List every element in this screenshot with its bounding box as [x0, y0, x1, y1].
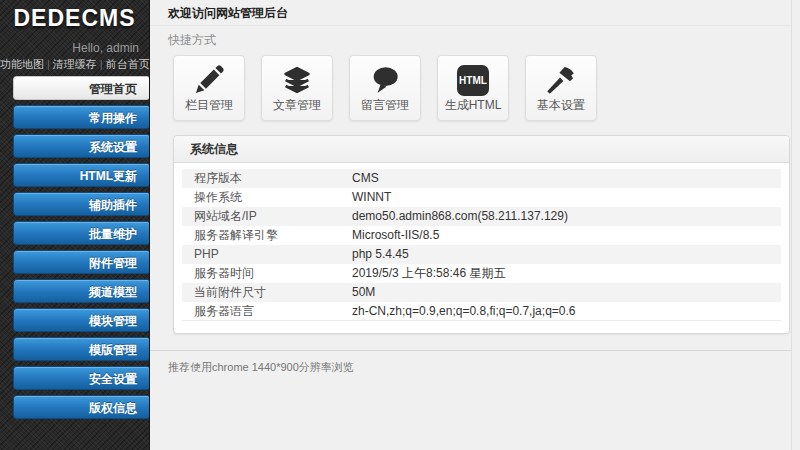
info-row-domain-ip: 网站域名/IP demo50.admin868.com(58.211.137.1…	[182, 207, 781, 226]
card-label: 留言管理	[361, 97, 409, 114]
footer-note: 推荐使用chrome 1440*900分辨率浏览	[150, 351, 791, 375]
user-greeting: Hello, admin	[0, 41, 149, 55]
sidebar-item-batch-maintain[interactable]: 批量维护	[13, 221, 149, 245]
card-article-mgmt[interactable]: 文章管理	[261, 55, 333, 121]
sidebar-item-system-settings[interactable]: 系统设置	[13, 134, 149, 158]
link-function-map[interactable]: 功能地图	[0, 57, 53, 72]
card-label: 栏目管理	[185, 97, 233, 114]
info-label: 服务器时间	[182, 264, 352, 283]
info-label: 当前附件尺寸	[182, 283, 352, 302]
card-basic-settings[interactable]: 基本设置	[525, 55, 597, 121]
html-badge-icon: HTML	[456, 63, 490, 97]
card-label: 基本设置	[537, 97, 585, 114]
sidebar-item-attachment-mgmt[interactable]: 附件管理	[13, 250, 149, 274]
card-label: 生成HTML	[445, 97, 502, 114]
comment-icon	[368, 63, 402, 97]
info-label: 网站域名/IP	[182, 207, 352, 226]
page-title: 欢迎访问网站管理后台	[150, 0, 791, 26]
sidebar-top-links: 功能地图清理缓存前台首页退出	[0, 57, 149, 72]
info-value: php 5.4.45	[352, 245, 781, 264]
info-row-php: PHP php 5.4.45	[182, 245, 781, 264]
sidebar: DEDECMS Hello, admin 功能地图清理缓存前台首页退出 管理首页…	[0, 0, 150, 450]
sidebar-item-channel-model[interactable]: 频道模型	[13, 279, 149, 303]
info-row-program-version: 程序版本 CMS	[182, 169, 781, 188]
card-generate-html[interactable]: HTML 生成HTML	[437, 55, 509, 121]
info-row-server-engine: 服务器解译引擎 Microsoft-IIS/8.5	[182, 226, 781, 245]
shortcut-cards: 栏目管理 文章管理 留言管理 HTML 生成HTML 基本设置	[173, 55, 791, 121]
system-info-title: 系统信息	[174, 136, 789, 163]
hammer-icon	[544, 63, 578, 97]
info-label: 程序版本	[182, 169, 352, 188]
info-value: zh-CN,zh;q=0.9,en;q=0.8,fi;q=0.7,ja;q=0.…	[352, 302, 781, 320]
info-value: Microsoft-IIS/8.5	[352, 226, 781, 245]
info-value: 50M	[352, 283, 781, 302]
sidebar-item-security-settings[interactable]: 安全设置	[13, 366, 149, 390]
info-label: 服务器语言	[182, 302, 352, 320]
shortcuts-title: 快捷方式	[168, 32, 791, 49]
info-row-server-time: 服务器时间 2019/5/3 上午8:58:46 星期五	[182, 264, 781, 283]
sidebar-item-aux-plugins[interactable]: 辅助插件	[13, 192, 149, 216]
info-label: 操作系统	[182, 188, 352, 207]
system-info-panel: 系统信息 程序版本 CMS 操作系统 WINNT 网站域名/IP demo50.…	[173, 135, 790, 334]
sidebar-item-module-mgmt[interactable]: 模块管理	[13, 308, 149, 332]
documents-icon	[280, 63, 314, 97]
sidebar-menu: 管理首页 常用操作 系统设置 HTML更新 辅助插件 批量维护 附件管理 频道模…	[0, 76, 149, 419]
sidebar-item-html-update[interactable]: HTML更新	[13, 163, 149, 187]
info-value: CMS	[352, 169, 781, 188]
info-row-attachment-size: 当前附件尺寸 50M	[182, 283, 781, 302]
system-info-table: 程序版本 CMS 操作系统 WINNT 网站域名/IP demo50.admin…	[174, 163, 789, 333]
main-content: 欢迎访问网站管理后台 快捷方式 栏目管理 文章管理 留言管理 HTML 生成HT…	[150, 0, 792, 450]
info-label: PHP	[182, 245, 352, 264]
info-value: demo50.admin868.com(58.211.137.129)	[352, 207, 781, 226]
info-row-os: 操作系统 WINNT	[182, 188, 781, 207]
card-column-mgmt[interactable]: 栏目管理	[173, 55, 245, 121]
sidebar-item-common-ops[interactable]: 常用操作	[13, 105, 149, 129]
app-logo: DEDECMS	[0, 5, 149, 32]
pencil-icon	[192, 63, 226, 97]
info-value: 2019/5/3 上午8:58:46 星期五	[352, 264, 781, 283]
link-clear-cache[interactable]: 清理缓存	[53, 57, 106, 72]
card-message-mgmt[interactable]: 留言管理	[349, 55, 421, 121]
sidebar-item-admin-home[interactable]: 管理首页	[13, 76, 149, 100]
sidebar-item-copyright-info[interactable]: 版权信息	[13, 395, 149, 419]
html-badge-text: HTML	[457, 65, 489, 96]
sidebar-item-template-mgmt[interactable]: 模版管理	[13, 337, 149, 361]
card-label: 文章管理	[273, 97, 321, 114]
info-row-server-language: 服务器语言 zh-CN,zh;q=0.9,en;q=0.8,fi;q=0.7,j…	[182, 302, 781, 321]
info-label: 服务器解译引擎	[182, 226, 352, 245]
info-value: WINNT	[352, 188, 781, 207]
